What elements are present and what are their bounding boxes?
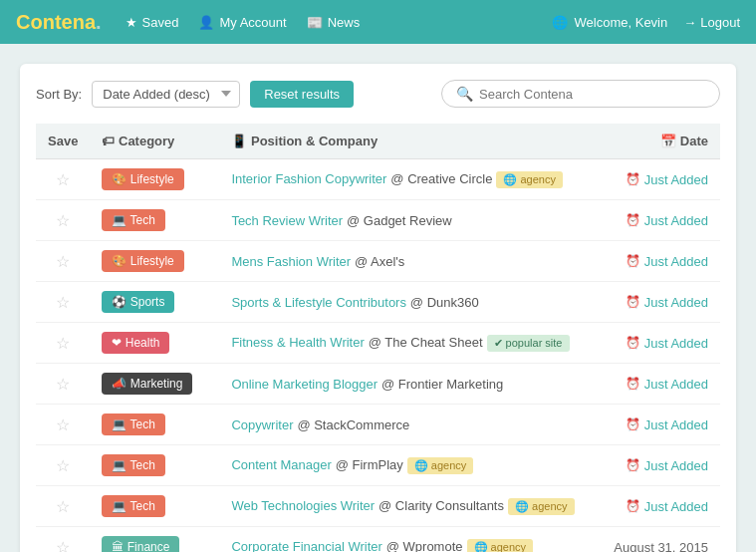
at-text: @ Gadget Review <box>347 213 452 228</box>
td-category: 🏛 Finance <box>90 527 219 553</box>
tag-icon: 🏷 <box>102 134 119 148</box>
star-button[interactable]: ☆ <box>56 376 70 393</box>
at-text: @ StackCommerce <box>297 417 409 432</box>
clock-icon: ⏰ <box>626 213 640 227</box>
td-category: ⚽ Sports <box>90 282 219 323</box>
table-row: ☆💻 TechContent Manager @ FirmPlay🌐 agenc… <box>36 445 720 486</box>
th-position: 📱 Position & Company <box>219 124 591 159</box>
category-badge[interactable]: 💻 Tech <box>102 454 164 476</box>
position-link[interactable]: Web Technologies Writer <box>231 498 375 513</box>
table-row: ☆📣 MarketingOnline Marketing Blogger @ F… <box>36 364 720 405</box>
category-badge[interactable]: ⚽ Sports <box>102 291 174 313</box>
star-button[interactable]: ☆ <box>56 457 70 474</box>
category-badge[interactable]: 💻 Tech <box>102 414 164 435</box>
td-save: ☆ <box>36 323 90 364</box>
category-badge[interactable]: 💻 Tech <box>102 495 164 517</box>
td-date: ⏰ Just Added <box>591 159 720 200</box>
nav-saved[interactable]: ★ Saved <box>126 15 179 30</box>
globe-icon: 🌐 <box>552 15 568 30</box>
table-row: ☆🏛 FinanceCorporate Financial Writer @ W… <box>36 527 720 553</box>
agency-tag: 🌐 agency <box>407 457 474 474</box>
td-save: ☆ <box>36 282 90 323</box>
category-badge[interactable]: 🎨 Lifestyle <box>102 168 183 190</box>
just-added-label: ⏰ Just Added <box>603 377 708 392</box>
table-row: ☆💻 TechWeb Technologies Writer @ Clarity… <box>36 486 720 527</box>
at-text: @ FirmPlay <box>336 457 403 472</box>
position-link[interactable]: Corporate Financial Writer <box>231 539 381 552</box>
position-link[interactable]: Interior Fashion Copywriter <box>231 171 386 186</box>
nav-links: ★ Saved 👤 My Account 📰 News <box>126 15 552 30</box>
clock-icon: ⏰ <box>626 295 640 309</box>
nav-news[interactable]: 📰 News <box>307 15 361 30</box>
position-link[interactable]: Copywriter <box>231 417 293 432</box>
welcome-text: 🌐 Welcome, Kevin <box>552 15 667 30</box>
table-row: ☆🎨 LifestyleInterior Fashion Copywriter … <box>36 159 720 200</box>
mobile-icon: 📱 <box>231 134 251 148</box>
position-link[interactable]: Mens Fashion Writer <box>231 254 351 269</box>
search-icon: 🔍 <box>456 86 473 102</box>
nav-right: 🌐 Welcome, Kevin → Logout <box>552 15 740 30</box>
star-icon: ★ <box>126 15 137 30</box>
popular-tag: ✔ popular site <box>487 335 570 352</box>
td-category: 🎨 Lifestyle <box>90 159 219 200</box>
td-position: Web Technologies Writer @ Clarity Consul… <box>219 486 591 527</box>
td-save: ☆ <box>36 486 90 527</box>
nav-saved-label: Saved <box>142 15 179 30</box>
position-link[interactable]: Online Marketing Blogger <box>231 377 378 392</box>
category-badge[interactable]: 🎨 Lifestyle <box>102 250 183 272</box>
td-save: ☆ <box>36 405 90 445</box>
star-button[interactable]: ☆ <box>56 171 70 188</box>
star-button[interactable]: ☆ <box>56 212 70 229</box>
category-badge[interactable]: 📣 Marketing <box>102 373 192 395</box>
nav-account-label: My Account <box>219 15 286 30</box>
news-icon: 📰 <box>307 15 323 30</box>
td-save: ☆ <box>36 241 90 282</box>
logout-icon: → <box>683 15 696 30</box>
td-date: August 31, 2015 <box>591 527 720 553</box>
just-added-label: ⏰ Just Added <box>603 336 708 351</box>
position-link[interactable]: Fitness & Health Writer <box>231 335 364 350</box>
just-added-label: ⏰ Just Added <box>603 499 708 514</box>
td-category: 💻 Tech <box>90 486 219 527</box>
search-input[interactable] <box>479 87 705 102</box>
th-category-label: Category <box>119 134 174 148</box>
sort-select[interactable]: Date Added (desc) <box>92 81 240 108</box>
star-button[interactable]: ☆ <box>56 335 70 352</box>
just-added-label: ⏰ Just Added <box>603 295 708 310</box>
brand-logo[interactable]: Contena. <box>16 11 102 34</box>
just-added-label: ⏰ Just Added <box>603 213 708 228</box>
position-link[interactable]: Sports & Lifestyle Contributors <box>231 295 406 310</box>
td-date: ⏰ Just Added <box>591 405 720 445</box>
agency-tag: 🌐 agency <box>508 498 575 515</box>
welcome-label: Welcome, Kevin <box>575 15 668 30</box>
table-row: ☆⚽ SportsSports & Lifestyle Contributors… <box>36 282 720 323</box>
at-text: @ Creative Circle <box>390 171 492 186</box>
td-save: ☆ <box>36 527 90 553</box>
position-link[interactable]: Content Manager <box>231 457 331 472</box>
at-text: @ Axel's <box>355 254 404 269</box>
at-text: @ Dunk360 <box>410 295 479 310</box>
category-badge[interactable]: 💻 Tech <box>102 209 164 231</box>
star-button[interactable]: ☆ <box>56 498 70 515</box>
star-button[interactable]: ☆ <box>56 253 70 270</box>
td-position: Tech Review Writer @ Gadget Review <box>219 200 591 241</box>
td-position: Sports & Lifestyle Contributors @ Dunk36… <box>219 282 591 323</box>
logout-button[interactable]: → Logout <box>683 15 740 30</box>
nav-account[interactable]: 👤 My Account <box>198 15 286 30</box>
table-row: ☆💻 TechTech Review Writer @ Gadget Revie… <box>36 200 720 241</box>
star-button[interactable]: ☆ <box>56 416 70 433</box>
sort-label: Sort By: <box>36 87 82 102</box>
category-badge[interactable]: 🏛 Finance <box>102 536 179 552</box>
td-save: ☆ <box>36 200 90 241</box>
navbar: Contena. ★ Saved 👤 My Account 📰 News 🌐 W… <box>0 0 756 44</box>
star-button[interactable]: ☆ <box>56 539 70 553</box>
td-position: Online Marketing Blogger @ Frontier Mark… <box>219 364 591 405</box>
position-link[interactable]: Tech Review Writer <box>231 213 343 228</box>
controls-row: Sort By: Date Added (desc) Reset results… <box>36 80 720 108</box>
star-button[interactable]: ☆ <box>56 294 70 311</box>
reset-button[interactable]: Reset results <box>250 81 354 108</box>
table-row: ☆❤ HealthFitness & Health Writer @ The C… <box>36 323 720 364</box>
td-position: Interior Fashion Copywriter @ Creative C… <box>219 159 591 200</box>
category-badge[interactable]: ❤ Health <box>102 332 169 354</box>
th-position-label: Position & Company <box>251 134 378 148</box>
